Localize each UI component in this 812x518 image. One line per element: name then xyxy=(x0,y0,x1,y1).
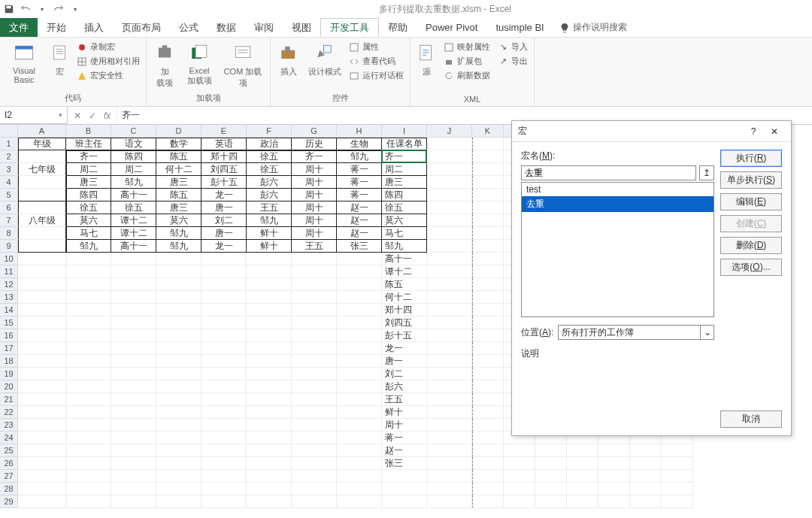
cell[interactable] xyxy=(18,304,66,317)
cell[interactable]: 历史 xyxy=(292,138,337,150)
cell[interactable] xyxy=(472,176,504,189)
cell[interactable] xyxy=(427,214,472,227)
cell[interactable] xyxy=(111,342,156,355)
cell[interactable] xyxy=(201,265,247,278)
tab-tusimple[interactable]: tusimple BI xyxy=(486,18,553,37)
cell[interactable] xyxy=(247,406,292,419)
cell[interactable] xyxy=(504,444,535,457)
cell[interactable] xyxy=(472,265,504,278)
map-props-button[interactable]: 映射属性 xyxy=(442,41,492,53)
cell[interactable]: 高十一 xyxy=(111,189,156,201)
cell[interactable] xyxy=(247,329,292,342)
cell[interactable] xyxy=(292,291,337,304)
cell[interactable] xyxy=(427,189,472,201)
row-header[interactable]: 10 xyxy=(0,253,17,265)
cell[interactable] xyxy=(247,393,292,406)
cell[interactable] xyxy=(535,457,567,470)
cell[interactable] xyxy=(18,342,66,355)
row-header[interactable]: 28 xyxy=(0,483,17,495)
cell[interactable]: 徐五 xyxy=(111,201,156,214)
edit-button[interactable]: 编辑(E) xyxy=(720,193,782,211)
cell[interactable] xyxy=(427,368,472,380)
cell[interactable] xyxy=(472,470,504,483)
row-header[interactable]: 1 xyxy=(0,138,17,150)
cell[interactable] xyxy=(292,253,337,265)
cell[interactable] xyxy=(111,368,156,380)
cell[interactable] xyxy=(156,444,201,457)
cell[interactable] xyxy=(535,444,567,457)
list-item[interactable]: test xyxy=(522,183,714,196)
cell[interactable] xyxy=(337,317,382,329)
cell[interactable] xyxy=(247,483,292,495)
list-item[interactable]: 去重 xyxy=(522,196,714,212)
cell[interactable] xyxy=(18,227,66,240)
cell[interactable]: 数学 xyxy=(156,138,201,150)
cell[interactable] xyxy=(247,419,292,432)
cell[interactable] xyxy=(427,240,472,253)
expansion-button[interactable]: 扩展包 xyxy=(442,55,492,68)
cell[interactable] xyxy=(292,304,337,317)
refresh-data-button[interactable]: 刷新数据 xyxy=(442,69,492,82)
cell[interactable]: 莫六 xyxy=(156,214,201,227)
tab-developer[interactable]: 开发工具 xyxy=(320,18,379,37)
cell[interactable] xyxy=(292,342,337,355)
cell[interactable]: 王五 xyxy=(247,201,292,214)
cell[interactable] xyxy=(201,253,247,265)
cell[interactable]: 周十 xyxy=(292,189,337,201)
cell[interactable]: 语文 xyxy=(111,138,156,150)
cell[interactable]: 邹九 xyxy=(337,150,382,163)
row-header[interactable]: 15 xyxy=(0,317,17,329)
tell-me[interactable]: 操作说明搜索 xyxy=(559,18,627,37)
macro-list[interactable]: test 去重 xyxy=(521,182,714,317)
cell[interactable] xyxy=(247,432,292,444)
cell[interactable]: 鲜十 xyxy=(247,240,292,253)
cell[interactable] xyxy=(292,419,337,432)
cell[interactable] xyxy=(472,495,504,508)
column-header[interactable]: I xyxy=(382,125,427,137)
cell[interactable] xyxy=(472,432,504,444)
cell[interactable]: 唐一 xyxy=(382,355,427,368)
cell[interactable] xyxy=(472,240,504,253)
cell[interactable]: 七年级 xyxy=(18,163,66,176)
cell[interactable] xyxy=(247,444,292,457)
cell[interactable] xyxy=(18,329,66,342)
cell[interactable] xyxy=(472,380,504,393)
cell[interactable] xyxy=(111,432,156,444)
cell[interactable] xyxy=(337,406,382,419)
cell[interactable] xyxy=(427,406,472,419)
cell[interactable]: 彭十五 xyxy=(382,329,427,342)
cell[interactable] xyxy=(337,483,382,495)
cell[interactable] xyxy=(598,495,630,508)
cell[interactable] xyxy=(427,432,472,444)
row-header[interactable]: 9 xyxy=(0,240,17,253)
cell[interactable]: 谭十二 xyxy=(111,227,156,240)
cell[interactable] xyxy=(156,368,201,380)
cell[interactable] xyxy=(567,470,598,483)
cell[interactable] xyxy=(18,253,66,265)
cell[interactable]: 年级 xyxy=(18,138,66,150)
cell[interactable] xyxy=(18,240,66,253)
row-header[interactable]: 8 xyxy=(0,227,17,240)
options-button[interactable]: 选项(O)... xyxy=(720,259,782,276)
cell[interactable]: 何十二 xyxy=(382,291,427,304)
cell[interactable] xyxy=(156,291,201,304)
cell[interactable] xyxy=(247,380,292,393)
cell[interactable] xyxy=(472,483,504,495)
row-header[interactable]: 7 xyxy=(0,214,17,227)
cell[interactable]: 彭六 xyxy=(382,380,427,393)
cell[interactable] xyxy=(156,406,201,419)
cell[interactable] xyxy=(427,342,472,355)
cell[interactable]: 徐五 xyxy=(382,201,427,214)
run-dialog-button[interactable]: 运行对话框 xyxy=(347,69,405,82)
cell[interactable]: 莫六 xyxy=(66,214,111,227)
cell[interactable]: 蒋一 xyxy=(382,432,427,444)
cell[interactable] xyxy=(201,342,247,355)
cell[interactable] xyxy=(337,393,382,406)
cell[interactable] xyxy=(337,291,382,304)
cell[interactable]: 齐一 xyxy=(66,150,111,163)
cell[interactable]: 徐五 xyxy=(247,150,292,163)
cell[interactable] xyxy=(427,380,472,393)
cell[interactable] xyxy=(427,265,472,278)
column-header[interactable]: E xyxy=(201,125,247,137)
cell[interactable] xyxy=(472,201,504,214)
